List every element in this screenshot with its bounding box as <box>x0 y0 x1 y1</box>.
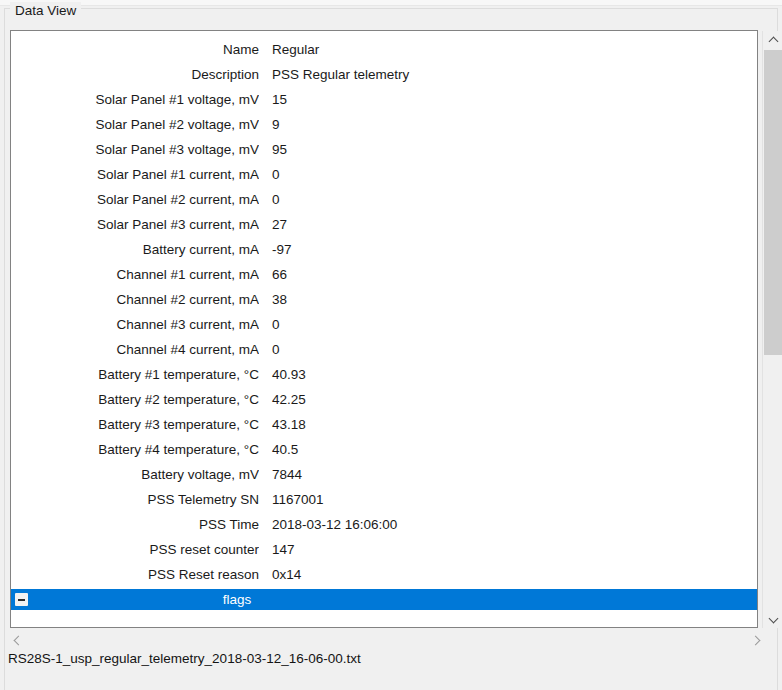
vertical-scrollbar[interactable] <box>762 31 782 628</box>
row-value: 0 <box>272 192 280 207</box>
table-row[interactable]: PSS Time2018-03-12 16:06:00 <box>11 512 757 537</box>
row-label: Battery #1 temperature, °C <box>11 367 259 382</box>
scroll-up-button[interactable] <box>763 31 782 48</box>
flags-category-row[interactable]: flags <box>11 589 757 610</box>
row-value: 0 <box>272 317 280 332</box>
row-label: PSS reset counter <box>11 542 259 557</box>
row-value: 38 <box>272 292 287 307</box>
table-row[interactable]: Battery current, mA-97 <box>11 237 757 262</box>
row-label: Solar Panel #1 voltage, mV <box>11 92 259 107</box>
table-row[interactable]: Channel #2 current, mA38 <box>11 287 757 312</box>
row-label: Solar Panel #1 current, mA <box>11 167 259 182</box>
row-value: 9 <box>272 117 280 132</box>
row-value: 0 <box>272 342 280 357</box>
row-value: 15 <box>272 92 287 107</box>
table-row[interactable]: Channel #3 current, mA0 <box>11 312 757 337</box>
telemetry-rows: NameRegularDescriptionPSS Regular teleme… <box>11 31 757 587</box>
row-value: 42.25 <box>272 392 306 407</box>
table-row[interactable]: Solar Panel #3 voltage, mV95 <box>11 137 757 162</box>
row-value: 43.18 <box>272 417 306 432</box>
table-row[interactable]: Battery #2 temperature, °C42.25 <box>11 387 757 412</box>
row-label: Channel #3 current, mA <box>11 317 259 332</box>
row-value: 27 <box>272 217 287 232</box>
row-label: Name <box>11 42 259 57</box>
row-label: Solar Panel #2 current, mA <box>11 192 259 207</box>
groupbox-title: Data View <box>10 2 81 20</box>
row-label: Channel #2 current, mA <box>11 292 259 307</box>
row-label: PSS Reset reason <box>11 567 259 582</box>
table-row[interactable]: Battery #3 temperature, °C43.18 <box>11 412 757 437</box>
row-value: 66 <box>272 267 287 282</box>
status-filename: RS28S-1_usp_regular_telemetry_2018-03-12… <box>8 651 361 666</box>
row-value: 7844 <box>272 467 302 482</box>
table-row[interactable]: Solar Panel #2 current, mA0 <box>11 187 757 212</box>
scroll-right-button[interactable] <box>748 632 765 649</box>
table-row[interactable]: Channel #4 current, mA0 <box>11 337 757 362</box>
table-row[interactable]: PSS Telemetry SN1167001 <box>11 487 757 512</box>
row-value: 95 <box>272 142 287 157</box>
row-value: PSS Regular telemetry <box>272 67 409 82</box>
row-value: 0x14 <box>272 567 301 582</box>
row-label: Solar Panel #3 voltage, mV <box>11 142 259 157</box>
row-label: Battery current, mA <box>11 242 259 257</box>
chevron-down-icon <box>768 613 778 623</box>
row-label: PSS Time <box>11 517 259 532</box>
scroll-down-button[interactable] <box>763 611 782 628</box>
row-label: Description <box>11 67 259 82</box>
table-row[interactable]: DescriptionPSS Regular telemetry <box>11 62 757 87</box>
table-row[interactable]: Channel #1 current, mA66 <box>11 262 757 287</box>
table-row[interactable]: NameRegular <box>11 37 757 62</box>
chevron-left-icon <box>13 636 23 646</box>
vertical-scrollbar-thumb[interactable] <box>764 50 782 355</box>
table-row[interactable]: Solar Panel #1 voltage, mV15 <box>11 87 757 112</box>
row-label: Solar Panel #3 current, mA <box>11 217 259 232</box>
row-value: Regular <box>272 42 319 57</box>
chevron-right-icon <box>750 636 760 646</box>
row-label: Solar Panel #2 voltage, mV <box>11 117 259 132</box>
telemetry-grid[interactable]: NameRegularDescriptionPSS Regular teleme… <box>10 30 758 628</box>
window-top-edge <box>0 0 782 6</box>
category-row-label: flags <box>11 592 463 607</box>
table-row[interactable]: Battery #1 temperature, °C40.93 <box>11 362 757 387</box>
row-label: Channel #4 current, mA <box>11 342 259 357</box>
row-value: -97 <box>272 242 292 257</box>
row-value: 1167001 <box>272 492 324 507</box>
table-row[interactable]: Solar Panel #2 voltage, mV9 <box>11 112 757 137</box>
table-row[interactable]: Battery #4 temperature, °C40.5 <box>11 437 757 462</box>
row-value: 0 <box>272 167 280 182</box>
row-label: Battery voltage, mV <box>11 467 259 482</box>
row-label: Battery #4 temperature, °C <box>11 442 259 457</box>
row-value: 2018-03-12 16:06:00 <box>272 517 397 532</box>
row-value: 147 <box>272 542 295 557</box>
row-label: Battery #2 temperature, °C <box>11 392 259 407</box>
row-label: Battery #3 temperature, °C <box>11 417 259 432</box>
scroll-left-button[interactable] <box>8 632 25 649</box>
chevron-up-icon <box>768 36 778 46</box>
row-value: 40.93 <box>272 367 306 382</box>
table-row[interactable]: Solar Panel #3 current, mA27 <box>11 212 757 237</box>
table-row[interactable]: PSS reset counter147 <box>11 537 757 562</box>
row-label: PSS Telemetry SN <box>11 492 259 507</box>
table-row[interactable]: Battery voltage, mV7844 <box>11 462 757 487</box>
row-label: Channel #1 current, mA <box>11 267 259 282</box>
table-row[interactable]: PSS Reset reason0x14 <box>11 562 757 587</box>
row-value: 40.5 <box>272 442 298 457</box>
table-row[interactable]: Solar Panel #1 current, mA0 <box>11 162 757 187</box>
